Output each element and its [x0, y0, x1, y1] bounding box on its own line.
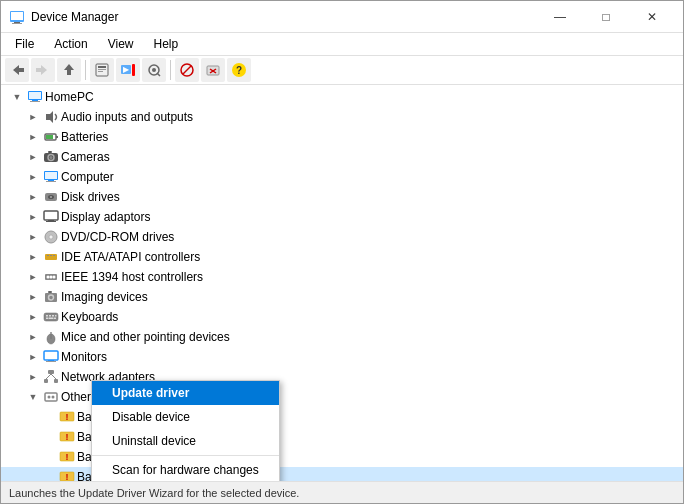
svg-rect-71	[46, 361, 56, 362]
menu-help[interactable]: Help	[144, 33, 189, 55]
bsd2-icon: !	[59, 429, 75, 445]
expand-homepc[interactable]: ▼	[9, 89, 25, 105]
batteries-label: Batteries	[61, 127, 108, 147]
expand-mice[interactable]: ►	[25, 329, 41, 345]
expand-dvd[interactable]: ►	[25, 229, 41, 245]
mice-label: Mice and other pointing devices	[61, 327, 230, 347]
svg-text:!: !	[66, 472, 69, 481]
svg-text:!: !	[66, 412, 69, 422]
svg-rect-57	[44, 313, 58, 321]
tree-item-mice[interactable]: ► Mice and other pointing devices	[1, 327, 683, 347]
tree-item-batteries[interactable]: ► Batteries	[1, 127, 683, 147]
svg-rect-77	[45, 393, 57, 401]
expand-other[interactable]: ▼	[25, 389, 41, 405]
expand-imaging[interactable]: ►	[25, 289, 41, 305]
forward-button[interactable]	[31, 58, 55, 82]
expand-audio[interactable]: ►	[25, 109, 41, 125]
svg-point-53	[53, 276, 56, 279]
menu-action[interactable]: Action	[44, 33, 97, 55]
svg-point-40	[50, 196, 52, 198]
update-button[interactable]: ▶	[116, 58, 140, 82]
svg-rect-74	[54, 379, 58, 383]
bsd1-icon: !	[59, 409, 75, 425]
computer-icon	[43, 169, 59, 185]
content-area: ▼ HomePC ►	[1, 85, 683, 481]
expand-network[interactable]: ►	[25, 369, 41, 385]
context-menu: Update driver Disable device Uninstall d…	[91, 380, 280, 481]
tree-item-display[interactable]: ► Display adaptors	[1, 207, 683, 227]
expand-batteries[interactable]: ►	[25, 129, 41, 145]
mice-icon	[43, 329, 59, 345]
svg-rect-72	[48, 370, 54, 374]
context-update-driver[interactable]: Update driver	[92, 381, 279, 405]
menu-view[interactable]: View	[98, 33, 144, 55]
tree-item-monitors[interactable]: ► Monitors	[1, 347, 683, 367]
status-bar: Launches the Update Driver Wizard for th…	[1, 481, 683, 503]
svg-rect-11	[132, 64, 135, 76]
svg-text:▶: ▶	[123, 65, 130, 74]
svg-point-78	[48, 396, 51, 399]
tree-item-dvd[interactable]: ► DVD/CD-ROM drives	[1, 227, 683, 247]
computer-label: Computer	[61, 167, 114, 187]
help-button[interactable]: ?	[227, 58, 251, 82]
expand-disk[interactable]: ►	[25, 189, 41, 205]
svg-line-75	[46, 374, 51, 379]
ieee-label: IEEE 1394 host controllers	[61, 267, 203, 287]
tree-item-cameras[interactable]: ► Cameras	[1, 147, 683, 167]
imaging-label: Imaging devices	[61, 287, 148, 307]
svg-rect-1	[11, 12, 23, 20]
batteries-icon	[43, 129, 59, 145]
svg-rect-61	[55, 315, 57, 317]
svg-point-79	[52, 396, 55, 399]
expand-ide[interactable]: ►	[25, 249, 41, 265]
uninstall-button[interactable]	[201, 58, 225, 82]
tree-item-disk[interactable]: ► Disk drives	[1, 187, 683, 207]
disable-button[interactable]	[175, 58, 199, 82]
svg-rect-8	[98, 71, 103, 72]
expand-keyboards[interactable]: ►	[25, 309, 41, 325]
tree-item-imaging[interactable]: ► Imaging devices	[1, 287, 683, 307]
imaging-icon	[43, 289, 59, 305]
svg-line-14	[157, 73, 160, 76]
svg-rect-56	[48, 291, 52, 293]
tree-item-ide[interactable]: ► IDE ATA/ATAPI controllers	[1, 247, 683, 267]
svg-rect-69	[44, 351, 58, 360]
context-disable-device[interactable]: Disable device	[92, 405, 279, 429]
other-icon	[43, 389, 59, 405]
context-uninstall-device[interactable]: Uninstall device	[92, 429, 279, 453]
svg-rect-24	[32, 100, 38, 101]
tree-item-audio[interactable]: ► Audio inputs and outputs	[1, 107, 683, 127]
minimize-button[interactable]: —	[537, 1, 583, 33]
expand-display[interactable]: ►	[25, 209, 41, 225]
keyboards-icon	[43, 309, 59, 325]
svg-rect-59	[49, 315, 51, 317]
device-manager-window: Device Manager — □ ✕ File Action View He…	[0, 0, 684, 504]
svg-point-32	[50, 156, 53, 159]
expand-cameras[interactable]: ►	[25, 149, 41, 165]
svg-rect-29	[46, 135, 53, 139]
menu-bar: File Action View Help	[1, 33, 683, 56]
dvd-icon	[43, 229, 59, 245]
back-button[interactable]	[5, 58, 29, 82]
scan-button[interactable]	[142, 58, 166, 82]
svg-rect-70	[48, 360, 54, 361]
expand-monitors[interactable]: ►	[25, 349, 41, 365]
tree-item-homepc[interactable]: ▼ HomePC	[1, 87, 683, 107]
tree-item-keyboards[interactable]: ► Keyboards	[1, 307, 683, 327]
bsd4-icon: !	[59, 469, 75, 481]
expand-computer[interactable]: ►	[25, 169, 41, 185]
tree-item-computer[interactable]: ► Computer	[1, 167, 683, 187]
menu-file[interactable]: File	[5, 33, 44, 55]
close-button[interactable]: ✕	[629, 1, 675, 33]
up-button[interactable]	[57, 58, 81, 82]
maximize-button[interactable]: □	[583, 1, 629, 33]
svg-rect-7	[98, 69, 106, 70]
context-scan-hardware[interactable]: Scan for hardware changes	[92, 458, 279, 481]
display-icon	[43, 209, 59, 225]
tree-view[interactable]: ▼ HomePC ►	[1, 85, 683, 481]
tree-item-ieee[interactable]: ► IEEE 1394 host controllers	[1, 267, 683, 287]
properties-button[interactable]	[90, 58, 114, 82]
svg-rect-35	[45, 172, 57, 179]
homepc-label: HomePC	[45, 87, 94, 107]
expand-ieee[interactable]: ►	[25, 269, 41, 285]
